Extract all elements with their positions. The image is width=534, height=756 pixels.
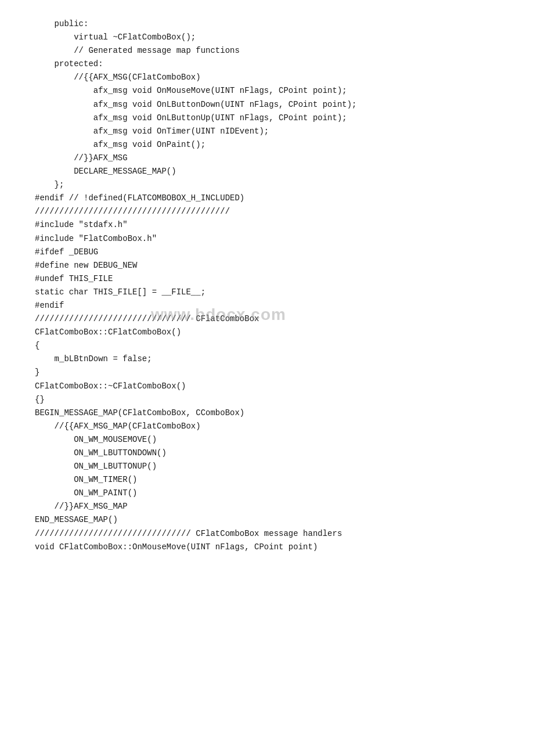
- code-content: public: virtual ~CFlatComboBox(); // Gen…: [35, 17, 511, 554]
